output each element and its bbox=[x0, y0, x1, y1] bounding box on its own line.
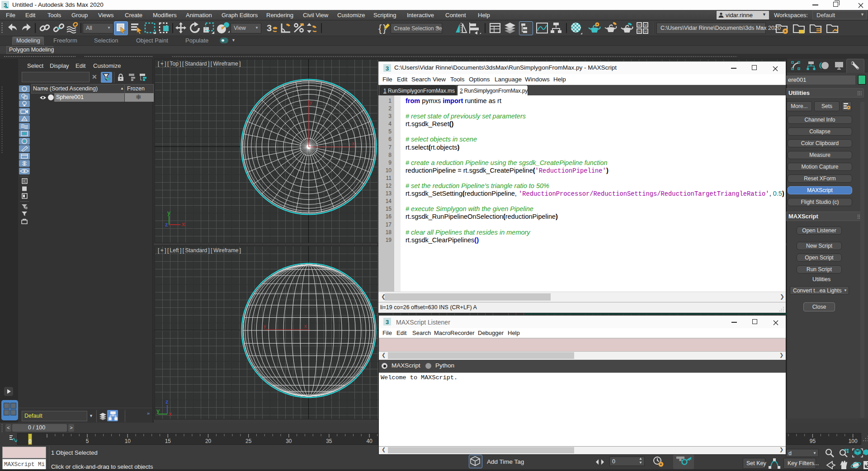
svg-text:25: 25 bbox=[245, 438, 252, 444]
svg-text:z: z bbox=[165, 398, 169, 405]
svg-text:y: y bbox=[167, 209, 171, 216]
svg-text:x: x bbox=[304, 323, 307, 329]
svg-text:x: x bbox=[169, 410, 172, 417]
svg-text:y: y bbox=[156, 407, 160, 414]
svg-text:100: 100 bbox=[849, 438, 858, 444]
svg-text:M: M bbox=[644, 30, 647, 33]
svg-text:15: 15 bbox=[165, 438, 171, 444]
svg-text:M: M bbox=[638, 24, 641, 27]
svg-text:20: 20 bbox=[205, 438, 212, 444]
svg-text:M: M bbox=[638, 30, 641, 33]
svg-text:40: 40 bbox=[366, 438, 373, 444]
svg-text:30: 30 bbox=[286, 438, 292, 444]
svg-text:x: x bbox=[352, 141, 355, 146]
svg-text:y: y bbox=[264, 323, 266, 329]
svg-text:95: 95 bbox=[810, 438, 816, 444]
svg-text:M: M bbox=[644, 24, 647, 27]
svg-text:35: 35 bbox=[326, 438, 332, 444]
svg-text:10: 10 bbox=[125, 438, 131, 444]
svg-text:3: 3 bbox=[267, 23, 272, 33]
svg-text:x: x bbox=[182, 221, 185, 227]
svg-text:y: y bbox=[310, 99, 312, 105]
svg-text:5: 5 bbox=[86, 438, 89, 444]
svg-text:{: { bbox=[378, 23, 382, 34]
svg-text:z: z bbox=[165, 221, 168, 228]
